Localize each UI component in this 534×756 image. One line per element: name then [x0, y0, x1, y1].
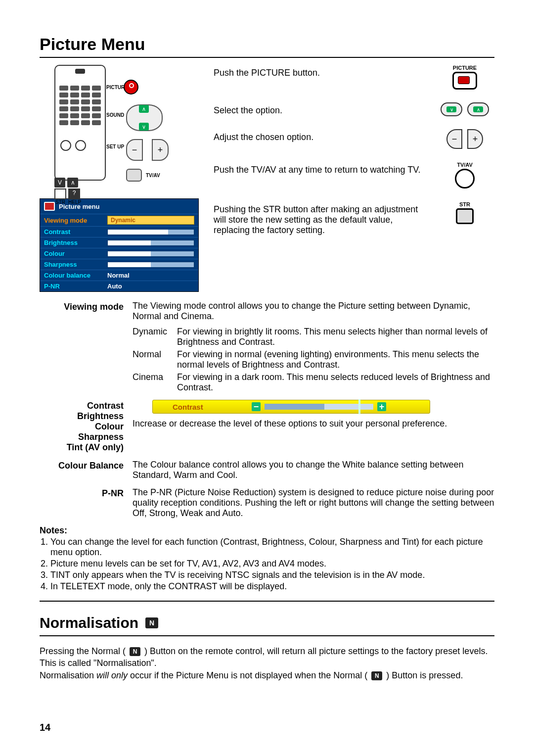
osd-row-brightness: Brightness — [44, 239, 103, 246]
osd-picture-menu: Picture menu Viewing modeDynamic Contras… — [40, 198, 199, 292]
remote-illustration: PICTURE SOUND SET UP TV/AV ∧∨ −+ V∧ ? ST… — [40, 65, 163, 189]
term-tint: Tint (AV only) — [40, 442, 124, 453]
plus-icon: + — [377, 402, 386, 411]
term-viewing-mode: Viewing mode — [40, 301, 124, 393]
label-dynamic: Dynamic — [133, 327, 177, 347]
instruction-push-picture: Push the PICTURE button. — [214, 65, 425, 78]
power-icon — [124, 80, 138, 94]
tvav-label: TV/AV — [457, 162, 473, 168]
term-brightness: Brightness — [40, 411, 124, 422]
str-button-icon — [456, 208, 474, 224]
note-1: You can change the level for each functi… — [50, 537, 494, 558]
label-normal: Normal — [133, 349, 177, 370]
osd-row-sharpness: Sharpness — [44, 261, 103, 268]
updown-nav-icon: ∧∨ — [126, 104, 163, 131]
osd-pnr-value: Auto — [107, 283, 122, 290]
ok-button-icon — [126, 169, 142, 182]
page-title: Picture Menu — [40, 35, 494, 54]
osd-row-contrast: Contrast — [44, 228, 103, 236]
desc-dynamic: For viewing in brightly lit rooms. This … — [177, 327, 494, 347]
normalisation-body: Pressing the Normal ( N ) Button on the … — [40, 645, 494, 681]
desc-normal: For viewing in normal (evening lighting)… — [177, 349, 494, 370]
leftright-nav-icon: −+ — [126, 139, 169, 161]
n-badge-inline-icon: N — [130, 647, 140, 656]
osd-viewing-mode-value: Dynamic — [107, 216, 194, 225]
updown-buttons-icon: ∨∧ — [441, 102, 489, 116]
divider — [40, 57, 494, 58]
n-badge-icon: N — [145, 617, 158, 628]
instruction-tvav: Push the TV/AV at any time to return to … — [214, 162, 425, 175]
n-badge-inline-icon: N — [371, 671, 382, 680]
minus-icon: − — [252, 402, 261, 411]
notes-heading: Notes: — [40, 525, 494, 536]
contrast-slider-illustration: Contrast − + — [152, 400, 430, 414]
divider — [40, 601, 494, 602]
term-contrast: Contrast — [40, 401, 124, 411]
normalisation-title: Normalisation — [40, 614, 138, 631]
picture-button-icon — [452, 72, 477, 90]
contrast-bar-label: Contrast — [153, 403, 252, 411]
desc-colour-balance: The Colour balance control allows you to… — [133, 460, 494, 480]
leftright-buttons-icon: −+ — [446, 129, 483, 149]
instruction-str: Pushing the STR button after making an a… — [214, 201, 425, 236]
instruction-adjust-option: Adjust the chosen option. — [214, 129, 425, 142]
term-pnr: P-NR — [40, 487, 124, 519]
osd-colour-balance-value: Normal — [107, 272, 130, 279]
term-sharpness: Sharpness — [40, 432, 124, 442]
str-label: STR — [459, 201, 470, 207]
term-colour-balance: Colour Balance — [40, 460, 124, 480]
term-colour: Colour — [40, 422, 124, 432]
notes-list: You can change the level for each functi… — [40, 537, 494, 592]
osd-row-colour-balance: Colour balance — [44, 272, 103, 279]
note-3: TINT only appears when the TV is receivi… — [50, 570, 494, 580]
divider — [40, 635, 494, 636]
osd-row-viewing-mode: Viewing mode — [44, 217, 103, 224]
label-cinema: Cinema — [133, 372, 177, 393]
desc-cinema: For viewing in a dark room. This menu se… — [177, 372, 494, 393]
osd-row-pnr: P-NR — [44, 283, 103, 290]
desc-pnr: The P-NR (Picture Noise Reduction) syste… — [133, 487, 494, 519]
picture-button-label: PICTURE — [453, 65, 477, 71]
note-2: Picture menu levels can be set for TV, A… — [50, 559, 494, 569]
tvav-button-icon — [455, 169, 475, 189]
osd-row-colour: Colour — [44, 250, 103, 257]
desc-group: Increase or decrease the level of these … — [133, 419, 494, 429]
note-4: In TELETEXT mode, only the CONTRAST will… — [50, 581, 494, 592]
instruction-select-option: Select the option. — [214, 102, 425, 116]
desc-viewing-mode: The Viewing mode control allows you to c… — [133, 301, 494, 322]
page-number: 14 — [40, 722, 50, 733]
